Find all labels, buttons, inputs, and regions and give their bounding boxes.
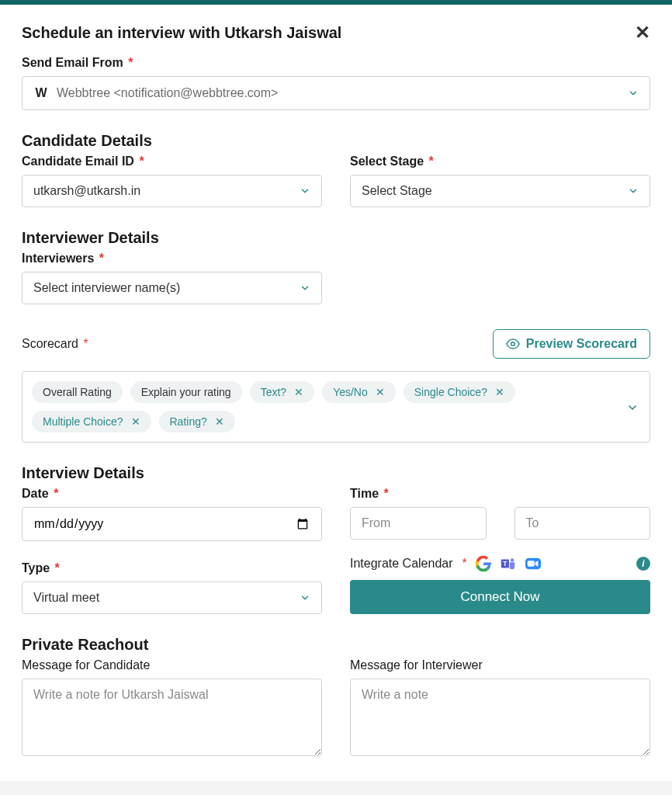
chip-label: Explain your rating — [141, 386, 231, 398]
chip-remove-icon[interactable]: ✕ — [131, 416, 140, 427]
candidate-details-heading: Candidate Details — [22, 132, 650, 150]
required-asterisk: * — [128, 56, 133, 69]
date-label: Date * — [22, 487, 322, 501]
chevron-down-icon — [628, 186, 639, 196]
close-icon[interactable]: ✕ — [635, 23, 650, 42]
required-asterisk: * — [83, 337, 88, 350]
scorecard-chip[interactable]: Single Choice?✕ — [404, 381, 515, 403]
stage-label-text: Select Stage — [350, 154, 424, 168]
interviewers-placeholder: Select interviewer name(s) — [33, 281, 180, 295]
interview-details-heading: Interview Details — [22, 464, 650, 482]
message-candidate-label: Message for Candidate — [22, 658, 322, 672]
required-asterisk: * — [54, 487, 58, 500]
time-label: Time * — [350, 487, 650, 501]
preview-scorecard-button[interactable]: Preview Scorecard — [493, 329, 650, 359]
required-asterisk: * — [139, 154, 144, 168]
chevron-down-icon — [300, 186, 310, 196]
chip-label: Rating? — [170, 415, 207, 428]
eye-icon — [506, 337, 520, 351]
scorecard-chip[interactable]: Multiple Choice?✕ — [32, 411, 151, 432]
interviewer-details-heading: Interviewer Details — [22, 229, 650, 247]
time-from-input[interactable]: From — [350, 507, 487, 540]
chip-label: Multiple Choice? — [43, 415, 123, 428]
chevron-down-icon — [628, 88, 639, 99]
scorecard-label: Scorecard — [22, 337, 78, 350]
preview-scorecard-label: Preview Scorecard — [526, 337, 637, 351]
chip-label: Text? — [261, 386, 286, 398]
stage-placeholder: Select Stage — [362, 184, 432, 198]
svg-point-0 — [511, 342, 515, 346]
date-label-text: Date — [22, 487, 49, 500]
candidate-email-label-text: Candidate Email ID — [22, 154, 134, 168]
send-from-label-text: Send Email From — [22, 56, 123, 69]
chip-label: Single Choice? — [414, 386, 487, 398]
chip-remove-icon[interactable]: ✕ — [376, 387, 385, 398]
svg-point-3 — [511, 558, 514, 562]
candidate-email-select[interactable]: utkarsh@utkarsh.in — [22, 175, 322, 207]
info-icon[interactable]: i — [636, 557, 650, 571]
scorecard-chip[interactable]: Yes/No✕ — [322, 381, 396, 403]
chip-remove-icon[interactable]: ✕ — [495, 387, 504, 398]
scorecard-chips-box[interactable]: Overall Rating Explain your rating Text?… — [22, 371, 650, 443]
chip-label: Overall Rating — [43, 386, 112, 398]
send-from-value: Webbtree <notification@webbtree.com> — [57, 86, 628, 100]
required-asterisk: * — [55, 561, 60, 575]
chevron-down-icon — [300, 283, 310, 293]
interviewers-label: Interviewers * — [22, 252, 650, 266]
stage-label: Select Stage * — [350, 154, 650, 168]
type-select[interactable]: Virtual meet — [22, 581, 322, 614]
stage-select[interactable]: Select Stage — [350, 175, 650, 207]
send-from-label: Send Email From * — [22, 56, 650, 70]
message-interviewer-label: Message for Interviewer — [350, 658, 650, 672]
required-asterisk: * — [384, 487, 389, 500]
required-asterisk: * — [462, 557, 467, 571]
candidate-email-value: utkarsh@utkarsh.in — [33, 184, 300, 198]
candidate-email-label: Candidate Email ID * — [22, 154, 322, 168]
message-candidate-textarea[interactable] — [22, 679, 322, 756]
interviewers-select[interactable]: Select interviewer name(s) — [22, 272, 322, 304]
webbtree-logo-icon: W — [33, 85, 49, 101]
svg-rect-5 — [527, 561, 534, 566]
send-from-select[interactable]: W Webbtree <notification@webbtree.com> — [22, 76, 650, 110]
chevron-down-icon — [300, 592, 310, 603]
required-asterisk: * — [429, 154, 434, 168]
private-reachout-heading: Private Reachout — [22, 636, 650, 654]
zoom-icon — [525, 555, 542, 572]
chevron-down-icon[interactable] — [626, 401, 639, 414]
message-interviewer-textarea[interactable] — [350, 679, 650, 756]
schedule-interview-modal: Schedule an interview with Utkarsh Jaisw… — [0, 5, 672, 781]
interviewers-label-text: Interviewers — [22, 252, 94, 265]
chip-remove-icon[interactable]: ✕ — [215, 416, 224, 427]
type-label-text: Type — [22, 561, 50, 575]
modal-title: Schedule an interview with Utkarsh Jaisw… — [22, 24, 341, 42]
time-label-text: Time — [350, 487, 379, 500]
scorecard-chip[interactable]: Overall Rating — [32, 381, 123, 403]
teams-icon: T — [500, 555, 517, 572]
type-label: Type * — [22, 561, 322, 575]
chip-label: Yes/No — [333, 386, 368, 398]
google-icon — [475, 555, 492, 572]
scorecard-chip[interactable]: Rating?✕ — [159, 411, 235, 432]
scorecard-chip[interactable]: Explain your rating — [130, 381, 242, 403]
time-to-input[interactable]: To — [514, 507, 651, 540]
integrate-label: Integrate Calendar — [350, 557, 453, 571]
required-asterisk: * — [99, 252, 104, 265]
scorecard-chip[interactable]: Text?✕ — [250, 381, 314, 403]
svg-text:T: T — [503, 561, 507, 568]
connect-now-button[interactable]: Connect Now — [350, 580, 650, 614]
type-value: Virtual meet — [33, 591, 300, 605]
chip-remove-icon[interactable]: ✕ — [294, 387, 303, 398]
date-input[interactable] — [22, 507, 322, 541]
